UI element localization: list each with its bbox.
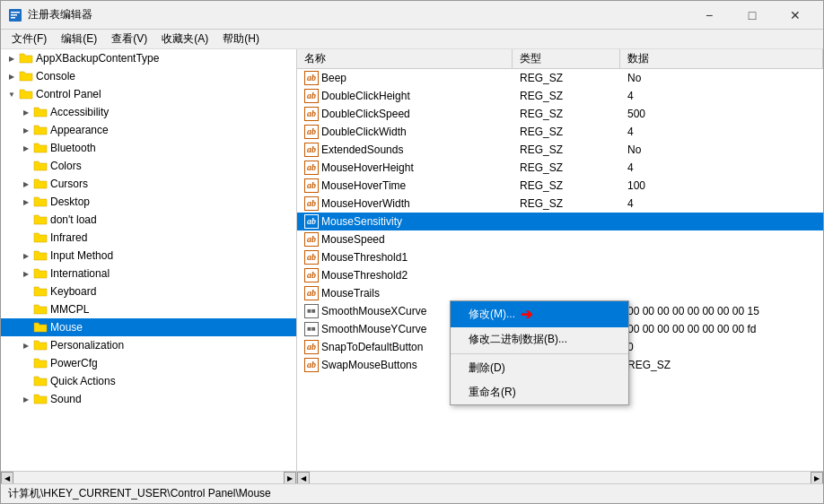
scroll-left-btn[interactable]: ◀ (297, 472, 310, 483)
table-row[interactable]: abMouseThreshold1 (297, 248, 823, 266)
cell-name: abMouseTrails (297, 286, 513, 300)
cell-data: 500 (620, 108, 823, 120)
table-row[interactable]: abMouseHoverWidth REG_SZ 4 (297, 195, 823, 213)
tree-item-bluetooth[interactable]: ▶ Bluetooth (1, 139, 296, 157)
reg-string-icon: ab (304, 178, 319, 193)
cell-name: abMouseHoverWidth (297, 196, 513, 211)
table-row[interactable]: abDoubleClickWidth REG_SZ 4 (297, 123, 823, 141)
tree-item-quick-actions[interactable]: ▶ Quick Actions (1, 372, 296, 390)
tree-item-appxbackup[interactable]: ▶ AppXBackupContentType (1, 49, 296, 67)
cell-name: abMouseSpeed (297, 232, 513, 247)
reg-string-icon: ab (304, 125, 319, 139)
cell-name: abMouseHoverTime (297, 178, 513, 193)
table-row[interactable]: abMouseHoverTime REG_SZ 100 (297, 177, 823, 195)
folder-icon (33, 195, 48, 209)
menu-help[interactable]: 帮助(H) (215, 30, 267, 48)
cell-data: 4 (620, 90, 823, 102)
delete-label: 删除(D) (469, 361, 505, 376)
tree-item-appearance[interactable]: ▶ Appearance (1, 121, 296, 139)
scroll-track[interactable] (13, 472, 284, 483)
scroll-track[interactable] (310, 472, 811, 483)
tree-item-desktop[interactable]: ▶ Desktop (1, 193, 296, 211)
table-body[interactable]: abBeep REG_SZ No abDoubleClickHeight REG… (297, 69, 823, 471)
tree-scroll[interactable]: ▶ AppXBackupContentType ▶ Console ▼ Cont… (1, 49, 296, 471)
scroll-right-btn[interactable]: ▶ (811, 472, 823, 483)
folder-icon (33, 356, 48, 370)
tree-toggle: ▼ (4, 85, 19, 103)
maximize-button[interactable]: □ (732, 1, 773, 30)
tree-item-mouse[interactable]: ▶ Mouse (1, 318, 296, 336)
tree-item-dont-load[interactable]: ▶ don't load (1, 211, 296, 229)
table-row[interactable]: abExtendedSounds REG_SZ No (297, 141, 823, 159)
tree-toggle: ▶ (4, 49, 19, 67)
table-row[interactable]: abMouseHoverHeight REG_SZ 4 (297, 159, 823, 177)
reg-binary-icon: ■■ (304, 322, 319, 336)
tree-item-keyboard[interactable]: ▶ Keyboard (1, 282, 296, 300)
reg-string-icon: ab (304, 143, 319, 157)
tree-toggle: ▶ (19, 175, 33, 193)
menu-view[interactable]: 查看(V) (104, 30, 154, 48)
reg-string-icon: ab (304, 161, 319, 175)
table-row[interactable]: abMouseThreshold2 (297, 266, 823, 284)
right-hscrollbar[interactable]: ◀ ▶ (297, 471, 823, 483)
tree-label: Input Method (50, 249, 113, 262)
tree-item-mmcpl[interactable]: ▶ MMCPL (1, 300, 296, 318)
folder-icon (33, 123, 48, 137)
table-row[interactable]: abDoubleClickHeight REG_SZ 4 (297, 87, 823, 105)
context-menu-item-delete[interactable]: 删除(D) (451, 356, 628, 380)
scroll-left-btn[interactable]: ◀ (1, 472, 13, 483)
tree-label: Appearance (50, 124, 109, 136)
folder-icon (33, 159, 48, 173)
tree-toggle: ▶ (19, 336, 33, 354)
context-menu-item-modify[interactable]: 修改(M)... ➔ (451, 301, 628, 327)
reg-binary-icon: ■■ (304, 304, 319, 318)
tree-label: Console (36, 70, 75, 83)
tree-item-input-method[interactable]: ▶ Input Method (1, 247, 296, 265)
context-menu-item-modify-binary[interactable]: 修改二进制数据(B)... (451, 327, 628, 352)
tree-hscrollbar[interactable]: ◀ ▶ (1, 471, 296, 483)
cell-name: abDoubleClickWidth (297, 125, 513, 139)
tree-toggle: ▶ (19, 247, 33, 265)
tree-item-cursors[interactable]: ▶ Cursors (1, 175, 296, 193)
table-row[interactable]: abBeep REG_SZ No (297, 69, 823, 87)
table-row[interactable]: abDoubleClickSpeed REG_SZ 500 (297, 105, 823, 123)
cell-type: REG_SZ (513, 143, 620, 156)
tree-label: MMCPL (50, 303, 89, 316)
table-row[interactable]: abMouseTrails (297, 284, 823, 302)
tree-label: Cursors (50, 178, 88, 190)
table-row-mousesensitivity[interactable]: abMouseSensitivity (297, 213, 823, 230)
tree-label: PowerCfg (50, 357, 98, 369)
folder-icon (19, 51, 33, 65)
reg-string-icon: ab (304, 232, 319, 247)
tree-toggle: ▶ (19, 265, 33, 282)
menu-edit[interactable]: 编辑(E) (54, 30, 104, 48)
tree-label: AppXBackupContentType (36, 52, 159, 65)
cell-type: REG_SZ (513, 197, 620, 210)
table-row[interactable]: abMouseSpeed (297, 230, 823, 248)
cell-data: 100 (620, 179, 823, 192)
tree-item-personalization[interactable]: ▶ Personalization (1, 336, 296, 354)
context-menu-item-rename[interactable]: 重命名(R) (451, 380, 628, 404)
cell-data: 4 (620, 161, 823, 174)
menu-file[interactable]: 文件(F) (4, 30, 54, 48)
tree-label: Accessibility (50, 106, 109, 118)
folder-icon (33, 141, 48, 155)
scroll-right-btn[interactable]: ▶ (284, 472, 296, 483)
tree-item-international[interactable]: ▶ International (1, 265, 296, 282)
cell-name: abMouseThreshold2 (297, 268, 513, 282)
tree-item-infrared[interactable]: ▶ Infrared (1, 229, 296, 247)
tree-toggle: ▶ (4, 67, 19, 85)
menu-favorites[interactable]: 收藏夹(A) (154, 30, 215, 48)
tree-item-accessibility[interactable]: ▶ Accessibility (1, 103, 296, 121)
tree-item-control-panel[interactable]: ▼ Control Panel (1, 85, 296, 103)
window-title: 注册表编辑器 (28, 7, 688, 22)
minimize-button[interactable]: − (688, 1, 730, 30)
tree-item-colors[interactable]: ▶ Colors (1, 157, 296, 175)
reg-string-icon: ab (304, 196, 319, 211)
close-button[interactable]: ✕ (775, 1, 816, 30)
tree-item-sound[interactable]: ▶ Sound (1, 390, 296, 408)
tree-toggle: ▶ (19, 139, 33, 157)
tree-item-console[interactable]: ▶ Console (1, 67, 296, 85)
tree-label: Desktop (50, 196, 90, 208)
tree-item-powercfg[interactable]: ▶ PowerCfg (1, 354, 296, 372)
